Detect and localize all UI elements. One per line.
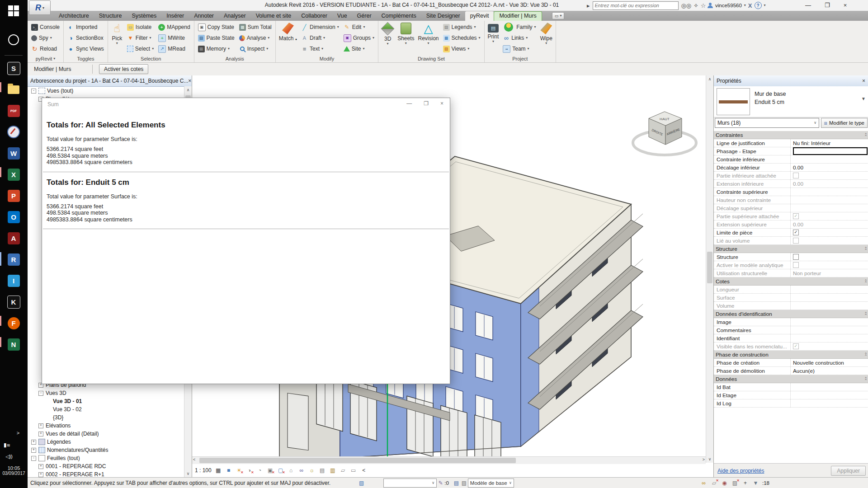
wipe-button[interactable]: Wipe▾ [538, 21, 554, 55]
activate-dimensions-button[interactable]: Activer les cotes [99, 64, 148, 74]
property-value[interactable]: Nouvelle construction [791, 359, 868, 366]
taskbar-app-n[interactable]: N [6, 337, 21, 352]
views-button[interactable]: ▨Views▾ [442, 44, 482, 54]
reload-button[interactable]: ↻Reload [30, 44, 61, 54]
inspect-button[interactable]: Inspect▾ [238, 44, 273, 54]
crop-region-icon[interactable]: ▢✕ [277, 467, 284, 474]
expand-icon[interactable]: + [38, 464, 43, 469]
tab-site-designer[interactable]: Site Designer [421, 11, 465, 21]
select-underlay-icon[interactable]: ▱✕ [710, 479, 718, 487]
drag-on-selection-icon[interactable]: + [741, 479, 749, 487]
print-button[interactable]: ▤Print▾ [486, 21, 501, 55]
sectionbox-button[interactable]: ◑SectionBox [66, 33, 105, 43]
team-button[interactable]: ▪▪Team▾ [501, 44, 537, 54]
battery-icon[interactable]: ▮≋ [4, 442, 10, 448]
horizontal-scrollbar[interactable]: < > [192, 456, 706, 464]
family-button[interactable]: Family▾ [501, 23, 537, 32]
dimension-button[interactable]: ╱Dimension▾ [300, 23, 340, 32]
property-value[interactable] [791, 196, 868, 204]
collapse-chevron-icon[interactable]: ^^ [865, 312, 867, 316]
detail-level-icon[interactable]: ▦ [215, 467, 222, 474]
mread-button[interactable]: ↗MRead [157, 44, 191, 54]
sum-total-button[interactable]: ▦Sum Total [238, 23, 273, 32]
tab-g-rer[interactable]: Gérer [352, 11, 377, 21]
memory-button[interactable]: ▦Memory▾ [197, 44, 236, 54]
close-button[interactable]: × [844, 2, 847, 9]
tree-item-0001-reperage-rdc[interactable]: +0001 - REPERAGE RDC [28, 462, 181, 470]
tray-expand-arrow[interactable]: > [14, 430, 23, 436]
property-value[interactable]: Aucun(e) [791, 367, 868, 375]
property-value[interactable] [791, 261, 868, 269]
sum-dialog[interactable]: Sum — ❐ × Totals for: All Selected Eleme… [42, 98, 450, 384]
dialog-close-button[interactable]: × [440, 100, 443, 107]
communication-center-icon[interactable]: ⟡ [694, 2, 698, 9]
property-value[interactable] [791, 294, 868, 301]
application-menu-button[interactable]: R ▾ [29, 0, 51, 15]
design-options-icon[interactable]: ▨ [460, 479, 468, 487]
taskbar-word-app[interactable]: W [6, 146, 21, 160]
property-value[interactable] [791, 334, 868, 342]
checkbox-checked[interactable]: ✓ [793, 230, 799, 235]
sun-path-icon[interactable]: ☀✕ [236, 467, 243, 474]
search-binoculars-icon[interactable]: ◎◎ [681, 2, 692, 9]
tab-collaborer[interactable]: Collaborer [296, 11, 332, 21]
console-button[interactable]: >_Console [30, 23, 61, 32]
selection-filter-icon[interactable]: ▼ [752, 479, 760, 487]
property-value[interactable] [791, 399, 868, 407]
favorites-star-icon[interactable]: ☆ [701, 2, 706, 9]
groups-button[interactable]: ▣Groups▾ [342, 33, 376, 43]
visual-style-icon[interactable]: ■ [225, 467, 232, 474]
close-icon[interactable]: × [862, 78, 865, 84]
expand-icon[interactable]: + [38, 432, 43, 436]
collapse-icon[interactable]: - [31, 89, 36, 94]
tree-item-vues-3d[interactable]: -Vues 3D [28, 389, 181, 397]
mappend-button[interactable]: +MAppend [157, 23, 191, 32]
tree-item-l-gendes[interactable]: +Légendes [28, 438, 181, 446]
tree-item-vue-3d-02[interactable]: Vue 3D - 02 [28, 405, 181, 413]
collapse-icon[interactable]: - [38, 391, 43, 396]
analyse-button[interactable]: Analyse▾ [238, 33, 273, 43]
taskbar-cortana-button[interactable] [6, 33, 21, 47]
taskbar-compass-app[interactable] [6, 125, 21, 139]
property-value[interactable] [791, 302, 868, 310]
match-button[interactable]: Match ● [277, 21, 299, 55]
edit-type-button[interactable]: ⧈ Modifier le type [821, 118, 868, 128]
tab-volume-et-site[interactable]: Volume et site [251, 11, 297, 21]
site-button[interactable]: Site▾ [342, 44, 376, 54]
checkbox-unchecked[interactable] [793, 254, 799, 260]
taskbar-revit-app[interactable]: R [6, 252, 21, 267]
collapse-chevron-icon[interactable]: ^^ [865, 353, 867, 357]
property-value[interactable] [791, 155, 868, 163]
expand-icon[interactable]: + [31, 448, 36, 453]
expand-icon[interactable]: + [31, 440, 36, 445]
tree-item-vues-de-d-tail-d-tail[interactable]: +Vues de détail (Détail) [28, 430, 181, 438]
property-value[interactable]: ✓ [791, 229, 868, 236]
editing-requests-icon[interactable]: ✎ [437, 479, 444, 487]
filter-button[interactable]: ▼Filter▾ [126, 33, 155, 43]
taskbar-file-explorer-app[interactable] [6, 82, 21, 97]
links-button[interactable]: ∞Links▾ [501, 33, 537, 43]
maximize-button[interactable]: ❐ [825, 2, 830, 9]
copy-state-button[interactable]: ▣Copy State [197, 23, 236, 32]
minimize-button[interactable]: — [805, 2, 811, 9]
displaced-elements-icon[interactable]: ▱ [340, 467, 347, 474]
design-option-dropdown[interactable]: Modèle de base∨ [468, 479, 514, 488]
dialog-maximize-button[interactable]: ❐ [424, 100, 429, 107]
tab-architecture[interactable]: Architecture [54, 11, 94, 21]
draft-button[interactable]: ADraft▾ [300, 33, 340, 43]
property-value[interactable] [791, 383, 868, 391]
search-input[interactable] [593, 1, 679, 10]
edit-button[interactable]: ✎Edit▾ [342, 23, 376, 32]
sheets-button[interactable]: Sheets▾ [396, 21, 416, 55]
flyout-arrow-icon[interactable]: ▸ [587, 2, 590, 9]
property-value[interactable] [791, 147, 868, 155]
tab-annoter[interactable]: Annoter [189, 11, 219, 21]
temporary-view-icon[interactable]: ▥ [329, 467, 336, 474]
project-browser-header[interactable]: Arborescence du projet - 1A - Bat C4 - 0… [28, 75, 192, 87]
tab-pyrevit[interactable]: pyRevit [465, 11, 494, 21]
hide-isolate-icon[interactable]: ∞ [298, 467, 305, 474]
tab-modifier-murs[interactable]: Modifier | Murs [494, 11, 542, 21]
tree-item-feuilles-tout[interactable]: -Feuilles (tout) [28, 454, 181, 462]
select-pinned-icon[interactable]: ◉ [721, 479, 728, 487]
3d-button[interactable]: 3D▾ [380, 21, 396, 55]
